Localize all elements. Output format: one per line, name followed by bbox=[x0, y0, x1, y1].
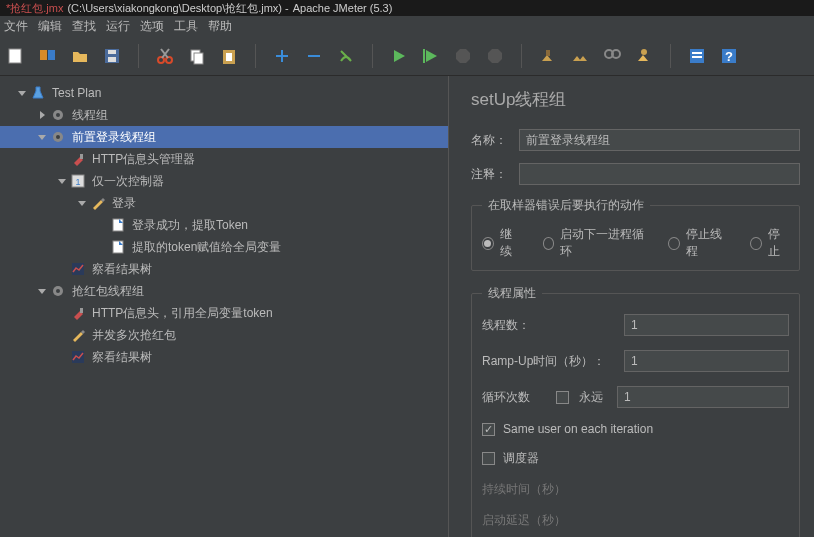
function-helper-icon[interactable] bbox=[687, 46, 707, 66]
name-input[interactable] bbox=[519, 129, 800, 151]
cut-icon[interactable] bbox=[155, 46, 175, 66]
tree-node-label: 抢红包线程组 bbox=[72, 283, 144, 300]
clear-icon[interactable] bbox=[538, 46, 558, 66]
titlebar-path: (C:\Users\xiakongkong\Desktop\抢红包.jmx) - bbox=[67, 1, 288, 16]
tree-node[interactable]: 登录成功，提取Token bbox=[0, 214, 448, 236]
twisty-icon[interactable] bbox=[76, 197, 88, 209]
same-user-checkbox[interactable] bbox=[482, 423, 495, 436]
tree-node-label: Test Plan bbox=[52, 86, 101, 100]
rampup-input[interactable] bbox=[624, 350, 789, 372]
chart-icon bbox=[70, 261, 86, 277]
new-icon[interactable] bbox=[6, 46, 26, 66]
tree-node[interactable]: 1仅一次控制器 bbox=[0, 170, 448, 192]
titlebar-app: Apache JMeter (5.3) bbox=[293, 2, 393, 14]
scheduler-checkbox[interactable] bbox=[482, 452, 495, 465]
templates-icon[interactable] bbox=[38, 46, 58, 66]
flask-icon bbox=[30, 85, 46, 101]
loop-forever-checkbox[interactable] bbox=[556, 391, 569, 404]
wrench-icon bbox=[70, 151, 86, 167]
open-icon[interactable] bbox=[70, 46, 90, 66]
threads-label: 线程数： bbox=[482, 317, 614, 334]
twisty-icon[interactable] bbox=[36, 285, 48, 297]
threads-input[interactable] bbox=[624, 314, 789, 336]
twisty-icon[interactable] bbox=[36, 131, 48, 143]
comment-input[interactable] bbox=[519, 163, 800, 185]
tree-node[interactable]: HTTP信息头管理器 bbox=[0, 148, 448, 170]
reset-search-icon[interactable] bbox=[634, 46, 654, 66]
menu-run[interactable]: 运行 bbox=[106, 18, 130, 34]
radio-icon bbox=[668, 237, 680, 250]
collapse-icon[interactable] bbox=[304, 46, 324, 66]
page-icon bbox=[110, 217, 126, 233]
page-icon bbox=[110, 239, 126, 255]
menu-file[interactable]: 文件 bbox=[4, 18, 28, 34]
expand-icon[interactable] bbox=[272, 46, 292, 66]
tree-node-label: HTTP信息头管理器 bbox=[92, 151, 195, 168]
svg-rect-35 bbox=[113, 241, 123, 253]
error-action-group: 在取样器错误后要执行的动作 继续 启动下一进程循环 停止线程 停止 bbox=[471, 197, 800, 271]
save-icon[interactable] bbox=[102, 46, 122, 66]
svg-point-21 bbox=[641, 49, 647, 55]
pencil-icon bbox=[90, 195, 106, 211]
svg-point-38 bbox=[56, 289, 60, 293]
svg-text:?: ? bbox=[725, 49, 733, 64]
tree-node-label: 登录成功，提取Token bbox=[132, 217, 248, 234]
loop-forever-label: 永远 bbox=[579, 389, 607, 406]
loop-input[interactable] bbox=[617, 386, 789, 408]
svg-rect-31 bbox=[80, 154, 83, 159]
menu-help[interactable]: 帮助 bbox=[208, 18, 232, 34]
name-label: 名称： bbox=[471, 132, 509, 149]
tree-node[interactable]: 并发多次抢红包 bbox=[0, 324, 448, 346]
delay-label: 启动延迟（秒） bbox=[482, 512, 592, 529]
clear-all-icon[interactable] bbox=[570, 46, 590, 66]
titlebar-filename: 抢红包.jmx bbox=[10, 1, 63, 16]
svg-rect-1 bbox=[40, 50, 47, 60]
tree-node[interactable]: 抢红包线程组 bbox=[0, 280, 448, 302]
comment-label: 注释： bbox=[471, 166, 509, 183]
title-bar: * 抢红包.jmx (C:\Users\xiakongkong\Desktop\… bbox=[0, 0, 814, 16]
tree-node[interactable]: 察看结果树 bbox=[0, 258, 448, 280]
help-icon[interactable]: ? bbox=[719, 46, 739, 66]
tree-node[interactable]: 察看结果树 bbox=[0, 346, 448, 368]
tree-node-label: HTTP信息头，引用全局变量token bbox=[92, 305, 273, 322]
same-user-label: Same user on each iteration bbox=[503, 422, 653, 436]
stop-icon[interactable] bbox=[453, 46, 473, 66]
svg-rect-39 bbox=[80, 308, 83, 313]
tree-node[interactable]: 登录 bbox=[0, 192, 448, 214]
twisty-icon bbox=[96, 219, 108, 231]
radio-icon bbox=[750, 237, 762, 250]
svg-text:1: 1 bbox=[75, 177, 80, 187]
gear-icon bbox=[50, 107, 66, 123]
menu-options[interactable]: 选项 bbox=[140, 18, 164, 34]
menu-bar: 文件 编辑 查找 运行 选项 工具 帮助 bbox=[0, 16, 814, 36]
paste-icon[interactable] bbox=[219, 46, 239, 66]
tree-node[interactable]: Test Plan bbox=[0, 82, 448, 104]
menu-edit[interactable]: 编辑 bbox=[38, 18, 62, 34]
menu-tools[interactable]: 工具 bbox=[174, 18, 198, 34]
start-icon[interactable] bbox=[389, 46, 409, 66]
tree-node[interactable]: 线程组 bbox=[0, 104, 448, 126]
twisty-icon[interactable] bbox=[36, 109, 48, 121]
radio-stop-thread[interactable]: 停止线程 bbox=[668, 226, 728, 260]
twisty-icon[interactable] bbox=[16, 87, 28, 99]
shutdown-icon[interactable] bbox=[485, 46, 505, 66]
copy-icon[interactable] bbox=[187, 46, 207, 66]
twisty-icon[interactable] bbox=[56, 175, 68, 187]
menu-search[interactable]: 查找 bbox=[72, 18, 96, 34]
search-icon[interactable] bbox=[602, 46, 622, 66]
radio-next-loop[interactable]: 启动下一进程循环 bbox=[543, 226, 646, 260]
tree-node[interactable]: 前置登录线程组 bbox=[0, 126, 448, 148]
toggle-icon[interactable] bbox=[336, 46, 356, 66]
svg-rect-23 bbox=[692, 52, 702, 54]
tree-node[interactable]: HTTP信息头，引用全局变量token bbox=[0, 302, 448, 324]
separator bbox=[255, 44, 256, 68]
panel-title: setUp线程组 bbox=[471, 88, 800, 111]
radio-continue[interactable]: 继续 bbox=[482, 226, 521, 260]
thread-properties-legend: 线程属性 bbox=[482, 285, 542, 302]
radio-stop-test[interactable]: 停止 bbox=[750, 226, 789, 260]
tree-node[interactable]: 提取的token赋值给全局变量 bbox=[0, 236, 448, 258]
test-plan-tree[interactable]: Test Plan线程组前置登录线程组HTTP信息头管理器1仅一次控制器登录登录… bbox=[0, 76, 448, 537]
start-no-pauses-icon[interactable] bbox=[421, 46, 441, 66]
svg-rect-34 bbox=[113, 219, 123, 231]
separator bbox=[670, 44, 671, 68]
